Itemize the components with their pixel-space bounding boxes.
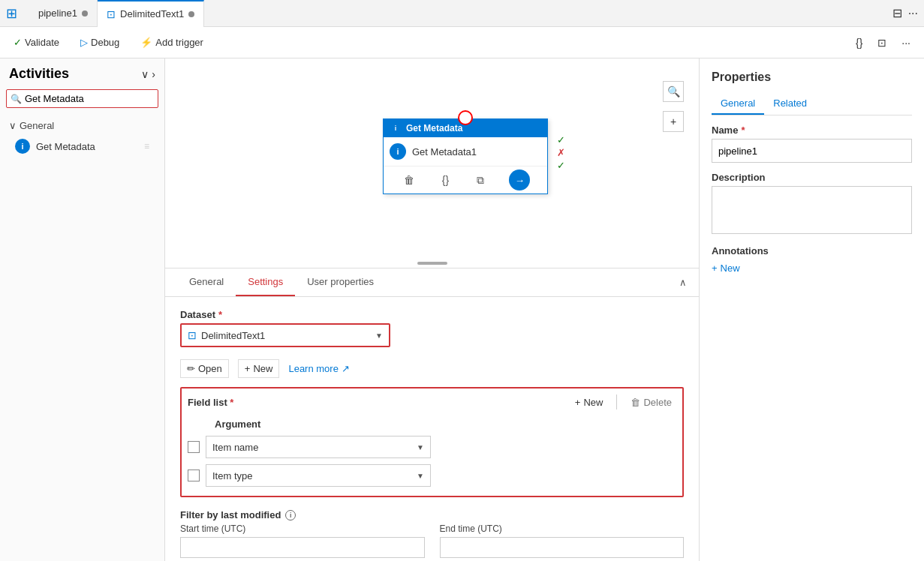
new-dataset-button[interactable]: + New [238, 359, 280, 378]
filter-label: Filter by last modified i [180, 509, 684, 520]
sidebar-item-get-metadata[interactable]: i Get Metadata ≡ [6, 134, 158, 158]
tab-user-properties[interactable]: User properties [295, 268, 386, 296]
validate-button[interactable]: ✓ Validate [9, 34, 64, 51]
filter-start-col: Start time (UTC) [180, 524, 425, 558]
dataset-row: Dataset * ⊡ DelimitedText1 ▼ [180, 309, 684, 347]
validate-icon: ✓ [14, 37, 22, 48]
field-row-1: Item name ▼ [188, 433, 676, 461]
node-body-label: Get Metadata1 [412, 146, 477, 158]
field-checkbox-1[interactable] [188, 441, 200, 453]
more-icon[interactable]: ··· [908, 7, 918, 20]
code-view-button[interactable]: {} [851, 34, 867, 52]
field-list-container: Field list * + New 🗑 Delete [180, 387, 684, 497]
filter-section: Filter by last modified i Start time (UT… [180, 509, 684, 558]
prop-tab-general[interactable]: General [712, 93, 764, 115]
settings-collapse-icon[interactable]: ∧ [679, 277, 687, 288]
activities-title: Activities [9, 66, 69, 82]
field-list-required: * [230, 397, 233, 408]
filter-end-input[interactable] [440, 537, 685, 558]
prop-description-label: Description [712, 172, 912, 183]
field-new-button[interactable]: + New [570, 395, 608, 410]
node-copy-icon[interactable]: ⧉ [474, 172, 487, 188]
dataset-select[interactable]: ⊡ DelimitedText1 ▼ [180, 323, 390, 347]
tab-delimitedtext1[interactable]: ⊡ DelimitedText1 [98, 0, 204, 27]
field-row-2: Item type ▼ [188, 461, 676, 490]
properties-tabs: General Related [712, 93, 912, 116]
tab-settings[interactable]: Settings [236, 268, 295, 296]
activity-node[interactable]: i Get Metadata i Get Metadata1 🗑 {} ⧉ → … [383, 118, 548, 194]
new-annotation-plus-icon: + [712, 262, 718, 274]
prop-name-input[interactable]: pipeline1 [712, 139, 912, 163]
sidebar-hide-icon[interactable]: › [152, 68, 155, 80]
node-header-icon: i [390, 122, 402, 134]
sidebar-search-container: Get Metadata 🔍 [6, 89, 158, 108]
node-delete-icon[interactable]: 🗑 [401, 172, 417, 188]
prop-annotations-label: Annotations [712, 245, 912, 256]
field-delete-icon: 🗑 [631, 397, 640, 408]
learn-more-link[interactable]: Learn more ↗ [288, 363, 349, 374]
toolbar: ✓ Validate ▷ Debug ⚡ Add trigger {} ⊡ ··… [0, 27, 924, 58]
field-col-header: Argument [209, 416, 676, 433]
field-list-label: Field list * [188, 397, 233, 408]
debug-icon: ▷ [80, 37, 88, 48]
tab-dataset-icon: ⊡ [107, 8, 116, 20]
dataset-required: * [218, 309, 222, 320]
field-checkbox-2[interactable] [188, 470, 200, 482]
node-complete-icon: ✓ [557, 160, 565, 171]
external-link-icon: ↗ [342, 363, 350, 374]
node-side-icons: ✓ ✗ ✓ [557, 134, 565, 171]
field-select-1[interactable]: Item name ▼ [206, 436, 431, 458]
main-layout: Activities ∨ › Get Metadata 🔍 ∨ General … [0, 58, 924, 561]
node-body: i Get Metadata1 [384, 137, 547, 166]
open-edit-icon: ✏ [187, 363, 195, 374]
group-chevron-icon: ∨ [9, 120, 17, 131]
field-select-2-chevron: ▼ [417, 472, 424, 480]
sidebar: Activities ∨ › Get Metadata 🔍 ∨ General … [0, 58, 165, 561]
field-new-plus-icon: + [575, 397, 581, 408]
trigger-icon: ⚡ [140, 37, 152, 48]
properties-title: Properties [712, 70, 912, 84]
filter-end-col: End time (UTC) [440, 524, 685, 558]
canvas-search-icon[interactable]: 🔍 [663, 81, 684, 102]
canvas-search-btn[interactable]: 🔍 [663, 81, 684, 102]
dataset-label: Dataset * [180, 309, 684, 320]
open-button[interactable]: ✏ Open [180, 359, 229, 378]
validate-label: Validate [25, 37, 59, 48]
sidebar-group-general-label[interactable]: ∨ General [6, 117, 158, 134]
canvas-area: i Get Metadata i Get Metadata1 🗑 {} ⧉ → … [165, 58, 699, 561]
node-actions: 🗑 {} ⧉ → [384, 166, 547, 194]
more-options-button[interactable]: ··· [897, 34, 915, 52]
field-delete-button[interactable]: 🗑 Delete [626, 395, 676, 410]
node-arrow-button[interactable]: → [509, 170, 530, 190]
canvas-zoom-in-button[interactable]: + [663, 111, 684, 132]
debug-button[interactable]: ▷ Debug [76, 34, 124, 51]
node-success-icon: ✓ [557, 134, 565, 146]
dataset-controls: ⊡ DelimitedText1 ▼ [180, 323, 684, 347]
prop-tab-related[interactable]: Related [764, 93, 816, 115]
node-fail-icon: ✗ [557, 147, 565, 158]
sidebar-collapse-icon[interactable]: ∨ [141, 68, 149, 80]
toolbar-right: {} ⊡ ··· [851, 34, 915, 52]
dataset-select-icon: ⊡ [188, 329, 197, 341]
new-annotation-button[interactable]: + New [712, 260, 912, 277]
splitter-handle[interactable] [417, 262, 447, 265]
dataset-select-value: DelimitedText1 [201, 330, 265, 341]
add-trigger-button[interactable]: ⚡ Add trigger [136, 34, 208, 51]
field-select-2[interactable]: Item type ▼ [206, 464, 431, 487]
tab-delimitedtext1-dot [188, 11, 194, 17]
tab-pipeline1[interactable]: pipeline1 [29, 0, 98, 27]
filter-info-icon: i [285, 510, 296, 520]
tab-bar-right: ⊟ ··· [892, 6, 918, 20]
prop-description-input[interactable] [712, 186, 912, 234]
filter-start-label: Start time (UTC) [180, 524, 425, 534]
sidebar-header: Activities ∨ › [0, 58, 164, 86]
add-trigger-label: Add trigger [155, 37, 203, 48]
filter-start-input[interactable] [180, 537, 425, 558]
settings-content: Dataset * ⊡ DelimitedText1 ▼ ✏ [165, 297, 699, 561]
search-input[interactable]: Get Metadata [6, 89, 158, 108]
node-code-icon[interactable]: {} [439, 172, 452, 188]
minimize-icon[interactable]: ⊟ [892, 6, 902, 20]
schema-button[interactable]: ⊡ [873, 34, 891, 52]
properties-panel: Properties General Related Name * pipeli… [699, 58, 924, 561]
tab-general[interactable]: General [177, 268, 236, 296]
